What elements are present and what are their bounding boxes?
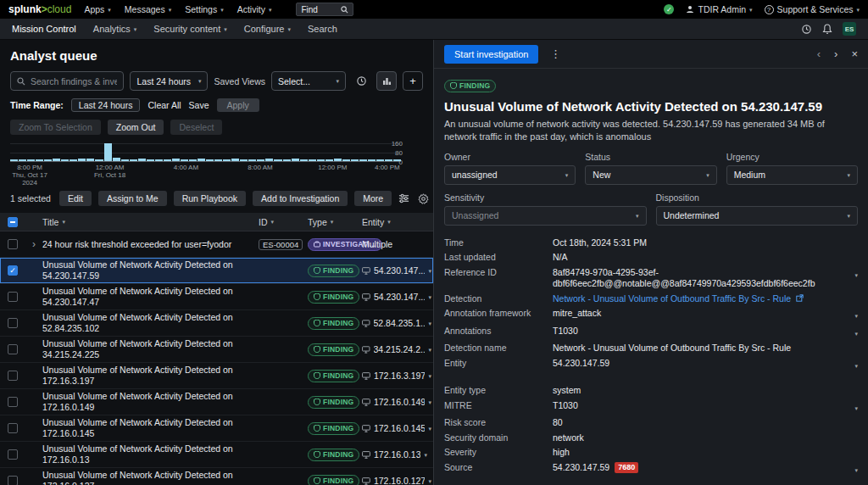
row-entity[interactable]: 172.16.0.127 ▾ — [362, 476, 433, 485]
table-row[interactable]: › Unusual Volume of Network Activity Det… — [0, 389, 433, 415]
histogram-plot[interactable] — [10, 143, 401, 162]
zoom-out-button[interactable]: Zoom Out — [108, 120, 164, 135]
column-header-entity[interactable]: Entity▾ — [362, 217, 433, 227]
clock-icon[interactable] — [352, 71, 370, 91]
histogram-bar[interactable] — [300, 159, 308, 161]
table-row[interactable]: › Unusual Volume of Network Activity Det… — [0, 468, 433, 485]
kebab-menu-icon[interactable]: ⋮ — [548, 47, 562, 60]
table-row[interactable]: › Unusual Volume of Network Activity Det… — [0, 415, 433, 442]
column-header-id[interactable]: ID▾ — [259, 217, 308, 227]
bell-icon[interactable] — [822, 24, 832, 35]
histogram-bar[interactable] — [265, 159, 273, 161]
row-entity[interactable]: 54.230.147... ▾ — [362, 265, 433, 276]
find-search-box[interactable]: Find — [296, 3, 353, 16]
nav-item-configure[interactable]: Configure▾ — [244, 24, 291, 34]
histogram-bar[interactable] — [342, 159, 350, 161]
histogram-bar[interactable] — [53, 159, 60, 161]
histogram-bar[interactable] — [61, 159, 69, 161]
histogram-bar[interactable] — [147, 159, 154, 161]
histogram-bar[interactable] — [283, 159, 291, 161]
row-entity-caret[interactable]: ▾ — [428, 478, 431, 484]
row-checkbox[interactable] — [8, 449, 18, 460]
histogram-bar[interactable] — [248, 159, 256, 161]
row-entity-caret[interactable]: ▾ — [428, 294, 431, 300]
histogram-bar[interactable] — [172, 159, 180, 161]
row-checkbox[interactable] — [8, 265, 18, 276]
topbar-menu-activity[interactable]: Activity▾ — [237, 4, 272, 14]
histogram-bar[interactable] — [27, 159, 35, 161]
histogram-bar[interactable] — [334, 159, 342, 161]
row-entity-caret[interactable]: ▾ — [428, 399, 431, 405]
action-button-edit[interactable]: Edit — [59, 191, 92, 206]
action-button-more[interactable]: More — [354, 191, 392, 206]
topbar-menu-settings[interactable]: Settings▾ — [185, 4, 223, 14]
row-checkbox[interactable] — [8, 292, 18, 302]
history-icon[interactable] — [801, 24, 812, 35]
apply-button[interactable]: Apply — [217, 98, 259, 112]
select-all-checkbox[interactable] — [8, 217, 18, 227]
histogram-bar[interactable] — [198, 159, 205, 161]
histogram-bar[interactable] — [78, 159, 86, 161]
field-caret-icon[interactable]: ▾ — [854, 308, 858, 322]
histogram-bar[interactable] — [130, 159, 137, 161]
histogram-bar[interactable] — [44, 159, 52, 161]
action-button-assign-to-me[interactable]: Assign to Me — [98, 191, 167, 206]
row-checkbox[interactable] — [8, 344, 18, 354]
time-range-chip[interactable]: Last 24 hours — [71, 98, 141, 112]
histogram-bar[interactable] — [206, 159, 214, 161]
prev-finding-icon[interactable]: ‹ — [817, 47, 821, 60]
row-entity-caret[interactable]: ▾ — [428, 347, 431, 353]
table-row[interactable]: › Unusual Volume of Network Activity Det… — [0, 337, 433, 363]
disposition-select[interactable]: Undetermined▾ — [656, 206, 859, 226]
histogram-bar[interactable] — [351, 159, 359, 161]
histogram-bar[interactable] — [181, 159, 188, 161]
histogram-bar[interactable] — [189, 159, 197, 161]
histogram-bar[interactable] — [376, 159, 384, 161]
external-link-icon[interactable] — [796, 294, 804, 302]
histogram-bar[interactable] — [393, 159, 401, 161]
row-checkbox[interactable] — [8, 239, 18, 249]
histogram-bar[interactable] — [104, 143, 112, 161]
histogram-bar[interactable] — [19, 159, 26, 161]
histogram-bar[interactable] — [292, 159, 299, 161]
column-chart-view-button[interactable] — [376, 71, 397, 91]
histogram-bar[interactable] — [317, 159, 325, 161]
histogram-bar[interactable] — [326, 159, 333, 161]
saved-views-dropdown[interactable]: Select...▾ — [271, 71, 346, 91]
table-row[interactable]: › Unusual Volume of Network Activity Det… — [0, 284, 433, 310]
row-checkbox[interactable] — [8, 318, 18, 328]
gear-icon[interactable] — [418, 193, 429, 204]
histogram-bar[interactable] — [36, 159, 43, 161]
support-menu[interactable]: ? Support & Services ▾ — [765, 4, 860, 14]
table-row[interactable]: › 24 hour risk threshold exceeded for us… — [0, 231, 433, 258]
histogram-bar[interactable] — [214, 159, 222, 161]
row-entity[interactable]: 172.16.0.149 ▾ — [362, 397, 433, 407]
nav-item-analytics[interactable]: Analytics▾ — [93, 24, 137, 34]
field-caret-icon[interactable]: ▾ — [854, 400, 858, 415]
row-entity-caret[interactable]: ▾ — [428, 426, 431, 432]
row-expand-icon[interactable]: › — [32, 239, 36, 249]
row-entity[interactable]: 52.84.235.1... ▾ — [362, 318, 433, 328]
row-entity-caret[interactable]: ▾ — [424, 452, 427, 458]
row-entity[interactable]: 54.230.147... ▾ — [362, 292, 433, 302]
histogram-bar[interactable] — [113, 158, 120, 161]
histogram-bar[interactable] — [257, 159, 264, 161]
topbar-menu-messages[interactable]: Messages▾ — [125, 4, 171, 14]
column-header-type[interactable]: Type▾ — [308, 217, 362, 227]
table-row[interactable]: › Unusual Volume of Network Activity Det… — [0, 442, 433, 468]
histogram-bar[interactable] — [309, 159, 316, 161]
user-menu[interactable]: TDIR Admin ▾ — [686, 4, 752, 14]
urgency-select[interactable]: Medium▾ — [726, 165, 858, 185]
row-checkbox[interactable] — [8, 397, 18, 407]
nav-item-security-content[interactable]: Security content▾ — [153, 24, 226, 34]
nav-item-mission-control[interactable]: Mission Control — [12, 24, 76, 34]
time-range-dropdown[interactable]: Last 24 hours▾ — [130, 71, 208, 91]
field-caret-icon[interactable]: ▾ — [854, 326, 858, 340]
zoom-to-selection-button[interactable]: Zoom To Selection — [10, 120, 101, 135]
row-entity-caret[interactable]: ▾ — [428, 373, 431, 379]
histogram-bar[interactable] — [223, 159, 231, 161]
histogram-bar[interactable] — [70, 159, 77, 161]
histogram-bar[interactable] — [231, 159, 239, 161]
row-entity[interactable]: 172.16.3.197 ▾ — [362, 371, 433, 381]
row-checkbox[interactable] — [8, 423, 18, 433]
